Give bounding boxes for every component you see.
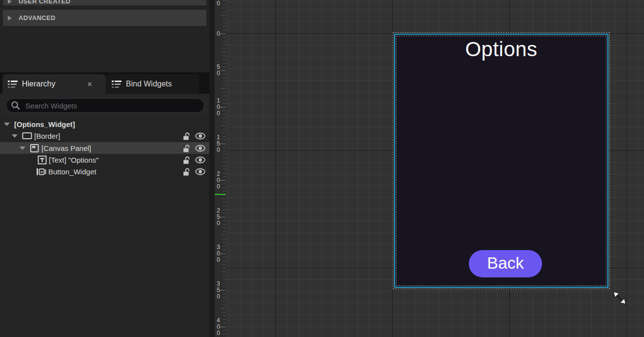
tree-item-label: [Options_Widget] xyxy=(14,120,75,128)
tree-item-button-widget[interactable]: Button_Widget xyxy=(0,166,209,177)
ruler-tick xyxy=(221,235,225,235)
search-input[interactable] xyxy=(25,102,197,110)
expander-arrow-icon[interactable] xyxy=(8,0,12,4)
tab-bind-widgets[interactable]: Bind Widgets xyxy=(106,74,199,94)
tree-item-label: Button_Widget xyxy=(48,168,96,176)
panel-divider[interactable] xyxy=(209,0,215,337)
search-row xyxy=(0,94,209,116)
unlock-icon[interactable] xyxy=(182,144,190,152)
list-tree-icon xyxy=(8,80,18,88)
ruler-tick xyxy=(221,125,225,126)
ruler-label: 150 xyxy=(215,134,222,153)
section-label: USER CREATED xyxy=(19,0,70,5)
user-widget-icon xyxy=(36,167,46,176)
resize-diagonal-icon xyxy=(610,289,629,307)
text-icon xyxy=(38,155,47,165)
eye-icon[interactable] xyxy=(195,132,205,140)
chevron-down-icon[interactable] xyxy=(20,147,25,150)
ruler-tick xyxy=(221,162,225,162)
tab-bar: Hierarchy ✕ Bind Widgets xyxy=(0,72,209,94)
widget-dashed-outline-inner xyxy=(396,36,606,286)
palette-section-advanced[interactable]: ADVANCED xyxy=(3,10,206,26)
unlock-icon[interactable] xyxy=(182,132,190,140)
unlock-icon[interactable] xyxy=(182,156,190,164)
ruler-tick xyxy=(221,198,225,199)
options-widget-preview[interactable]: Options Back xyxy=(394,34,608,288)
tab-hierarchy[interactable]: Hierarchy ✕ xyxy=(2,74,106,94)
ruler-label: 200 xyxy=(215,171,222,190)
ruler-label: 250 xyxy=(215,208,222,227)
border-icon xyxy=(22,131,32,140)
widget-title-text[interactable]: Options xyxy=(395,38,607,61)
search-icon xyxy=(11,101,20,110)
ruler-label: 300 xyxy=(215,244,222,263)
ruler-tick xyxy=(221,272,225,272)
ruler-label: 50 xyxy=(215,64,222,77)
designer-canvas[interactable]: Options Back xyxy=(225,0,644,337)
eye-icon[interactable] xyxy=(195,145,205,152)
ruler-tick xyxy=(221,52,225,52)
vertical-ruler: -50050100150200250300350400 xyxy=(215,0,225,337)
tree-item-label: [Border] xyxy=(34,132,60,140)
ruler-label: 100 xyxy=(215,98,222,117)
palette-panel: USER CREATED ADVANCED xyxy=(0,0,209,72)
ruler-tick xyxy=(221,15,225,16)
chevron-down-icon[interactable] xyxy=(4,123,10,126)
palette-section-user-created[interactable]: USER CREATED xyxy=(3,0,206,5)
canvas-panel-icon xyxy=(30,144,40,153)
tree-item-label: [Canvas Panel] xyxy=(41,144,91,152)
ruler-label: -50 xyxy=(215,0,222,7)
tree-item-border[interactable]: [Border] xyxy=(0,130,209,142)
ruler-tick xyxy=(221,88,225,89)
ruler-label: 400 xyxy=(215,317,222,337)
eye-icon[interactable] xyxy=(195,156,205,164)
search-box[interactable] xyxy=(6,98,204,113)
section-label: ADVANCED xyxy=(19,15,56,21)
unlock-icon[interactable] xyxy=(182,168,190,176)
hierarchy-tree: [Options_Widget] [Border] xyxy=(0,116,209,337)
tree-item-text-options[interactable]: [Text] "Options" xyxy=(0,154,209,166)
ruler-label: 0 xyxy=(215,31,222,37)
chevron-down-icon[interactable] xyxy=(12,134,18,138)
tree-item-options-widget[interactable]: [Options_Widget] xyxy=(0,118,209,130)
expander-arrow-icon[interactable] xyxy=(8,16,12,21)
back-button[interactable]: Back xyxy=(469,250,542,277)
ruler-label: 350 xyxy=(215,281,222,300)
left-panel: USER CREATED ADVANCED Hierarchy ✕ xyxy=(0,0,209,337)
tab-label: Bind Widgets xyxy=(126,80,172,88)
eye-icon[interactable] xyxy=(195,168,205,175)
umg-widget-editor: USER CREATED ADVANCED Hierarchy ✕ xyxy=(0,0,644,337)
tree-item-canvas-panel[interactable]: [Canvas Panel] xyxy=(0,142,209,154)
tree-item-label: [Text] "Options" xyxy=(49,156,99,164)
list-tree-icon xyxy=(112,80,121,88)
close-icon[interactable]: ✕ xyxy=(85,80,94,88)
tab-label: Hierarchy xyxy=(22,80,55,88)
ruler-tick xyxy=(221,308,225,309)
